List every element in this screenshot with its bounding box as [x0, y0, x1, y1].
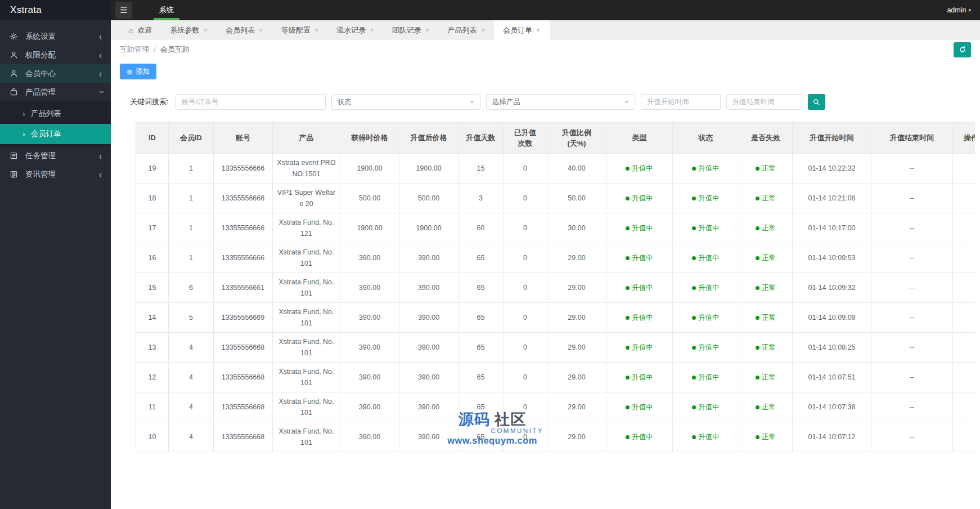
tab-member-list[interactable]: 会员列表× [217, 20, 272, 40]
status-badge: 升值中 [692, 343, 720, 351]
status-text: 升值中 [698, 343, 720, 351]
sidebar-item-label: 系统设置 [25, 32, 92, 42]
chevron-icon: ‹ [99, 168, 102, 180]
status-dot-icon [692, 376, 696, 379]
close-icon[interactable]: × [370, 26, 374, 34]
sidebar-item-member-center[interactable]: 会员中心‹ [0, 64, 111, 83]
close-icon[interactable]: × [203, 26, 208, 34]
cell-rise-days: 3 [458, 184, 504, 213]
status-badge: 升值中 [626, 373, 653, 381]
status-text: 升值中 [698, 224, 720, 232]
product-select[interactable]: 选择产品 ▼ [486, 94, 635, 110]
status-text: 升值中 [632, 254, 653, 262]
cell-account: 13355556668 [214, 363, 273, 392]
tab-team-records[interactable]: 团队记录× [383, 20, 439, 40]
sidebar-subitem-product-list[interactable]: ›产品列表 [0, 104, 111, 124]
add-button[interactable]: ⊕ 添加 [120, 64, 156, 79]
cell-valid: 正常 [739, 154, 793, 184]
status-dot-icon [756, 167, 759, 171]
sidebar-item-system-settings[interactable]: 系统设置‹ [0, 27, 111, 46]
cell-valid: 正常 [739, 273, 793, 303]
status-select[interactable]: 状态 ▼ [331, 94, 480, 110]
tab-welcome[interactable]: ⌂欢迎 [120, 20, 161, 40]
status-dot-icon [756, 435, 759, 439]
cell-end-time: -- [871, 303, 953, 333]
col-rise-ratio: 升值比例 (天%) [547, 123, 606, 154]
user-icon [9, 51, 18, 60]
sidebar-subitem-label: 产品列表 [31, 109, 61, 119]
start-time-input[interactable] [641, 94, 721, 110]
cell-member-id: 1 [169, 243, 214, 273]
topnav-item-system[interactable]: 系统 [151, 0, 182, 20]
cell-risen-times: 0 [504, 213, 547, 243]
status-text: 升值中 [632, 224, 653, 232]
tab-level-config[interactable]: 等级配置× [272, 20, 328, 40]
table-row: 10413355556668Xstrata Fund, No. 101390.0… [136, 422, 975, 452]
cell-type: 升值中 [606, 422, 673, 452]
table-row: 19113355556666Xstrata event PRO NO.15011… [136, 154, 975, 184]
tab-label: 等级配置 [281, 25, 311, 35]
close-icon[interactable]: × [259, 26, 263, 34]
cell-valid: 正常 [739, 303, 793, 333]
cell-price-after: 390.00 [399, 333, 458, 363]
cell-type: 升值中 [606, 273, 673, 303]
close-icon[interactable]: × [314, 26, 319, 34]
status-badge: 升值中 [692, 403, 720, 411]
chevron-icon: ‹ [95, 91, 106, 93]
status-badge: 升值中 [626, 254, 653, 262]
plus-circle-icon: ⊕ [127, 68, 133, 76]
status-text: 正常 [762, 254, 776, 262]
breadcrumb-section[interactable]: 互助管理 [120, 44, 149, 55]
status-dot-icon [692, 435, 696, 439]
cell-end-time: -- [871, 333, 953, 363]
sidebar-item-permission-assign[interactable]: 权限分配‹ [0, 46, 111, 64]
col-price-after: 升值后价格 [399, 123, 458, 154]
sidebar-submenu: ›产品列表›会员订单 [0, 101, 111, 146]
cell-type: 升值中 [606, 303, 673, 333]
cell-rise-days: 65 [458, 303, 504, 333]
sidebar-item-news-manage[interactable]: 资讯管理‹ [0, 165, 111, 184]
close-icon[interactable]: × [480, 26, 485, 34]
search-button[interactable] [808, 94, 825, 110]
cell-valid: 正常 [739, 184, 793, 213]
hamburger-icon[interactable]: ☰ [115, 2, 132, 19]
tab-label: 欢迎 [137, 25, 152, 35]
end-time-input[interactable] [726, 94, 802, 110]
tab-flow-records[interactable]: 流水记录× [327, 20, 383, 40]
caret-down-icon: ▾ [968, 7, 971, 13]
chevron-icon: ‹ [99, 30, 102, 42]
sidebar-item-product-manage[interactable]: 产品管理‹ [0, 83, 111, 101]
status-dot-icon [626, 226, 630, 230]
orders-table-container: ID会员ID账号产品获得时价格升值后价格升值天数已升值 次数升值比例 (天%)类… [136, 122, 975, 452]
status-text: 升值中 [632, 284, 653, 292]
refresh-button[interactable] [954, 42, 971, 57]
cell-end-time: -- [871, 273, 953, 303]
cell-account: 13355556669 [214, 303, 273, 333]
status-badge: 正常 [756, 433, 776, 441]
cell-price-obtained: 390.00 [340, 243, 399, 273]
table-row: 13413355556668Xstrata Fund, No. 101390.0… [136, 333, 975, 363]
close-icon[interactable]: × [425, 26, 430, 34]
status-badge: 升值中 [626, 433, 653, 441]
col-risen-times: 已升值 次数 [504, 123, 547, 154]
cell-price-after: 390.00 [399, 422, 458, 452]
close-icon[interactable]: × [536, 26, 541, 34]
sidebar-subitem-member-orders[interactable]: ›会员订单 [0, 124, 111, 144]
status-text: 升值中 [698, 254, 720, 262]
tab-system-params[interactable]: 系统参数× [161, 20, 217, 40]
status-text: 升值中 [698, 433, 720, 441]
cell-member-id: 4 [169, 422, 214, 452]
tab-member-orders[interactable]: 会员订单× [494, 20, 550, 40]
cell-start-time: 01-14 10:21:08 [793, 184, 871, 213]
cell-status: 升值中 [673, 303, 739, 333]
status-badge: 升值中 [692, 254, 720, 262]
keyword-input[interactable] [176, 94, 326, 110]
status-dot-icon [692, 405, 696, 409]
status-dot-icon [692, 256, 696, 260]
status-dot-icon [692, 167, 696, 171]
status-dot-icon [692, 316, 696, 320]
tab-product-list[interactable]: 产品列表× [438, 20, 494, 40]
sidebar-item-task-manage[interactable]: 任务管理‹ [0, 146, 111, 165]
user-menu[interactable]: admin ▾ [947, 6, 971, 14]
status-text: 升值中 [698, 373, 720, 381]
